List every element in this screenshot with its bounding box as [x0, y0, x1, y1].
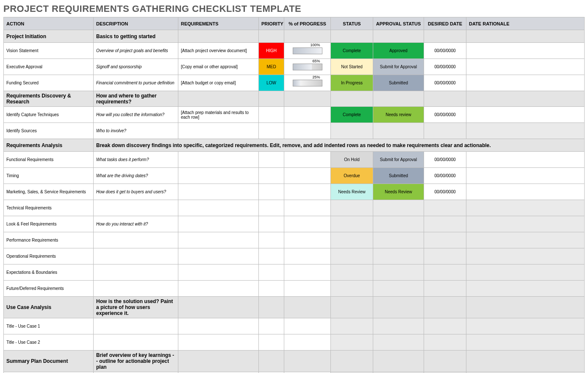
cell-status[interactable] — [331, 334, 373, 351]
cell-description[interactable]: Financial commitment to pursue definitio… — [94, 75, 178, 91]
cell-status[interactable] — [331, 232, 373, 248]
cell-approval[interactable]: Approved — [373, 43, 424, 59]
cell-progress[interactable] — [284, 200, 331, 216]
cell-priority[interactable] — [259, 334, 284, 351]
cell-status[interactable] — [331, 248, 373, 264]
cell-progress[interactable] — [284, 107, 331, 123]
cell-action[interactable]: Timing — [4, 168, 94, 184]
cell-date[interactable]: 00/00/0000 — [424, 152, 466, 168]
cell-action[interactable]: Performance Requirements — [4, 232, 94, 248]
cell-progress[interactable] — [284, 264, 331, 281]
cell-progress[interactable] — [284, 152, 331, 168]
cell-date[interactable]: 00/00/0000 — [424, 59, 466, 75]
cell-requirements[interactable]: [Attach project overview document] — [178, 43, 259, 59]
cell-priority[interactable] — [259, 200, 284, 216]
cell-action[interactable]: Executive Approval — [4, 59, 94, 75]
cell-action[interactable]: Title - Use Case 2 — [4, 334, 94, 351]
cell-status[interactable] — [331, 216, 373, 232]
cell-status[interactable]: Not Started — [331, 59, 373, 75]
cell-progress[interactable] — [284, 232, 331, 248]
cell-approval[interactable] — [373, 216, 424, 232]
cell-priority[interactable] — [259, 168, 284, 184]
cell-status[interactable]: Needs Review — [331, 184, 373, 200]
cell-action[interactable]: Vision Statement — [4, 43, 94, 59]
cell-rationale[interactable] — [466, 264, 585, 281]
cell-priority[interactable]: LOW — [259, 75, 284, 91]
cell-description[interactable]: What tasks does it perform? — [94, 152, 178, 168]
cell-date[interactable] — [424, 200, 466, 216]
cell-priority[interactable] — [259, 232, 284, 248]
cell-description[interactable] — [94, 281, 178, 297]
cell-date[interactable]: 00/00/0000 — [424, 168, 466, 184]
cell-priority[interactable] — [259, 123, 284, 139]
cell-date[interactable] — [424, 123, 466, 139]
cell-priority[interactable] — [259, 152, 284, 168]
cell-action[interactable]: Operational Requirements — [4, 248, 94, 264]
cell-action[interactable]: Expectations & Boundaries — [4, 264, 94, 281]
cell-status[interactable]: Overdue — [331, 168, 373, 184]
cell-date[interactable] — [424, 216, 466, 232]
cell-requirements[interactable] — [178, 152, 259, 168]
cell-approval[interactable]: Needs Review — [373, 184, 424, 200]
cell-description[interactable] — [94, 200, 178, 216]
cell-priority[interactable]: HIGH — [259, 43, 284, 59]
cell-priority[interactable]: MED — [259, 59, 284, 75]
cell-status[interactable] — [331, 281, 373, 297]
cell-action[interactable]: Future/Deferred Requirements — [4, 281, 94, 297]
cell-approval[interactable] — [373, 334, 424, 351]
cell-description[interactable] — [94, 334, 178, 351]
cell-requirements[interactable]: [Attach budget or copy email] — [178, 75, 259, 91]
cell-approval[interactable] — [373, 281, 424, 297]
cell-action[interactable]: Functional Requirements — [4, 152, 94, 168]
cell-description[interactable]: What are the driving dates? — [94, 168, 178, 184]
cell-approval[interactable] — [373, 264, 424, 281]
cell-description[interactable]: Who to involve? — [94, 123, 178, 139]
cell-requirements[interactable] — [178, 216, 259, 232]
cell-date[interactable] — [424, 318, 466, 334]
cell-description[interactable] — [94, 232, 178, 248]
cell-description[interactable]: How does it get to buyers and users? — [94, 184, 178, 200]
cell-requirements[interactable]: [Copy email or other approval] — [178, 59, 259, 75]
cell-action[interactable]: Identify Sources — [4, 123, 94, 139]
cell-status[interactable]: Complete — [331, 107, 373, 123]
cell-action[interactable]: Title - Use Case 1 — [4, 318, 94, 334]
cell-action[interactable]: Identify Capture Techniques — [4, 107, 94, 123]
cell-rationale[interactable] — [466, 281, 585, 297]
cell-approval[interactable]: Submitted — [373, 75, 424, 91]
cell-approval[interactable]: Needs review — [373, 107, 424, 123]
cell-approval[interactable] — [373, 248, 424, 264]
cell-date[interactable] — [424, 281, 466, 297]
cell-requirements[interactable] — [178, 264, 259, 281]
cell-action[interactable]: Funding Secured — [4, 75, 94, 91]
cell-rationale[interactable] — [466, 248, 585, 264]
cell-rationale[interactable] — [466, 107, 585, 123]
cell-requirements[interactable] — [178, 334, 259, 351]
cell-rationale[interactable] — [466, 59, 585, 75]
cell-approval[interactable] — [373, 232, 424, 248]
cell-progress[interactable]: 65% — [284, 59, 331, 75]
cell-status[interactable]: On Hold — [331, 152, 373, 168]
cell-priority[interactable] — [259, 248, 284, 264]
cell-status[interactable]: Complete — [331, 43, 373, 59]
cell-description[interactable]: Overview of project goals and benefits — [94, 43, 178, 59]
cell-requirements[interactable] — [178, 248, 259, 264]
cell-rationale[interactable] — [466, 318, 585, 334]
cell-date[interactable] — [424, 232, 466, 248]
cell-approval[interactable] — [373, 318, 424, 334]
cell-requirements[interactable] — [178, 168, 259, 184]
cell-rationale[interactable] — [466, 200, 585, 216]
cell-date[interactable] — [424, 264, 466, 281]
cell-approval[interactable]: Submit for Approval — [373, 152, 424, 168]
cell-date[interactable] — [424, 334, 466, 351]
cell-progress[interactable] — [284, 318, 331, 334]
cell-rationale[interactable] — [466, 232, 585, 248]
cell-priority[interactable] — [259, 216, 284, 232]
cell-description[interactable]: Signoff and sponsorship — [94, 59, 178, 75]
cell-action[interactable]: Marketing, Sales, & Service Requirements — [4, 184, 94, 200]
cell-rationale[interactable] — [466, 168, 585, 184]
cell-priority[interactable] — [259, 281, 284, 297]
cell-rationale[interactable] — [466, 75, 585, 91]
cell-requirements[interactable] — [178, 281, 259, 297]
cell-approval[interactable] — [373, 123, 424, 139]
cell-priority[interactable] — [259, 107, 284, 123]
